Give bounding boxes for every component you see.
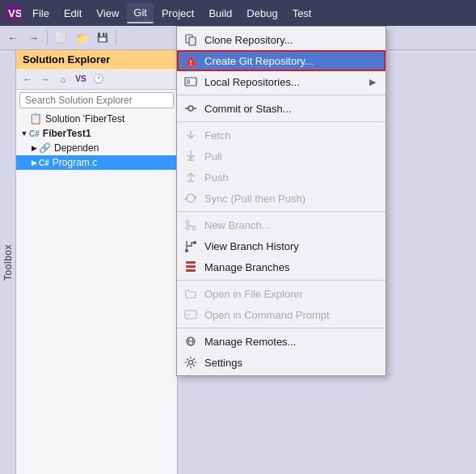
solution-explorer-tree: 📋 Solution 'FiberTest ▼ C# FiberTest1 ▶ … [16,111,177,474]
git-menu-sep-5 [177,328,385,328]
git-menu-sep-2 [177,121,385,122]
toolbox-label: Toolbox [2,244,14,281]
push-label: Push [204,171,376,184]
git-menu-new-branch: New Branch... [177,214,385,235]
pull-label: Pull [204,150,376,163]
view-branch-label: View Branch History [204,240,376,252]
csharp-project-icon: C# [29,129,40,138]
svg-text:!: ! [190,58,192,66]
local-label: Local Repositories... [204,76,363,88]
solution-icon: 📋 [29,112,42,125]
menu-file[interactable]: File [26,4,56,23]
push-icon [183,170,198,184]
git-menu-open-explorer: Open in File Explorer [177,283,385,304]
se-toolbar-vs[interactable]: VS [73,71,89,87]
svg-point-19 [193,241,196,244]
svg-point-8 [188,106,193,111]
solution-explorer-header: Solution Explorer [16,50,177,69]
open-explorer-icon [183,286,198,301]
dependencies-icon: 🔗 [39,142,51,154]
settings-label: Settings [204,357,376,369]
sync-label: Sync (Pull then Push) [204,193,376,205]
tree-item-fibertest1[interactable]: ▼ C# FiberTest1 [16,126,177,141]
local-arrow-icon: ▶ [369,77,376,87]
commit-icon [183,101,198,116]
commit-label: Commit or Stash... [204,103,376,115]
solution-explorer-panel: Solution Explorer ← → ⌂ VS 🕐 📋 Solution … [16,50,178,474]
clone-icon [183,32,198,47]
svg-rect-23 [186,269,196,272]
git-menu-settings[interactable]: Settings [177,352,385,373]
gear-icon [183,355,198,370]
git-dropdown-menu[interactable]: Clone Repository... ! Create Git Reposit… [176,26,386,376]
manage-remotes-label: Manage Remotes... [204,336,376,348]
new-branch-label: New Branch... [204,219,376,231]
toolbar-open[interactable]: 📁 [72,28,91,48]
menu-debug[interactable]: Debug [240,4,284,23]
menu-test[interactable]: Test [286,4,318,23]
se-toolbar-back[interactable]: ← [19,71,36,87]
fibertest1-arrow: ▼ [19,129,29,138]
svg-point-16 [186,226,189,230]
programcs-icon: C# [39,159,49,167]
search-solution-explorer-input[interactable] [19,92,174,108]
git-menu-manage-branches[interactable]: Manage Branches [177,256,385,277]
tree-item-dependencies[interactable]: ▶ 🔗 Dependen [16,141,177,155]
fibertest1-label: FiberTest1 [43,128,91,139]
git-menu-sep-1 [177,95,385,95]
git-menu-view-branch[interactable]: View Branch History [177,235,385,256]
git-menu-sync: Sync (Pull then Push) [177,188,385,209]
git-menu-commit[interactable]: Commit or Stash... [177,98,385,119]
git-menu-open-cmd: >_ Open in Command Prompt [177,304,385,325]
create-git-icon: ! [183,53,198,68]
svg-point-17 [192,226,196,230]
solution-label: Solution 'FiberTest [45,113,124,125]
git-menu-sep-3 [177,211,385,212]
toolbar-save[interactable]: 💾 [93,28,112,48]
svg-point-29 [189,361,193,365]
programcs-arrow: ▶ [29,159,39,167]
vs-logo-icon: VS [5,5,21,21]
menu-project[interactable]: Project [155,4,200,23]
menu-edit[interactable]: Edit [57,4,88,23]
menu-build[interactable]: Build [202,4,238,23]
se-toolbar-home[interactable]: ⌂ [55,71,71,87]
open-cmd-icon: >_ [183,307,198,322]
git-menu-clone[interactable]: Clone Repository... [177,29,385,50]
clone-label: Clone Repository... [204,34,376,46]
pull-icon [183,149,198,163]
git-menu-create[interactable]: ! Create Git Repository... [177,50,385,71]
toolbar-forward[interactable]: → [24,28,44,48]
local-repo-icon [183,74,198,89]
svg-rect-22 [186,265,196,268]
svg-point-15 [186,220,189,223]
se-toolbar-forward[interactable]: → [37,71,53,87]
toolbar-back[interactable]: ← [3,28,23,48]
svg-text:VS: VS [8,7,21,19]
dependencies-arrow: ▶ [29,144,39,152]
view-branch-icon [183,239,198,253]
menu-view[interactable]: View [90,4,125,23]
git-menu-manage-remotes[interactable]: Manage Remotes... [177,331,385,352]
menubar: VS File Edit View Git Project Build Debu… [0,0,476,26]
git-menu-fetch: Fetch [177,125,385,146]
svg-marker-14 [184,197,187,201]
new-branch-icon [183,218,198,232]
open-explorer-label: Open in File Explorer [204,288,376,300]
toolbox-sidebar[interactable]: Toolbox [0,50,16,474]
manage-branches-label: Manage Branches [204,261,376,273]
git-menu-push: Push [177,167,385,188]
manage-remotes-icon [183,334,198,349]
git-menu-local[interactable]: Local Repositories... ▶ [177,71,385,92]
svg-marker-13 [195,196,197,199]
open-cmd-label: Open in Command Prompt [204,309,376,321]
svg-rect-7 [187,79,190,84]
git-menu-pull: Pull [177,146,385,167]
menu-git[interactable]: Git [127,3,154,23]
tree-item-programcs[interactable]: ▶ C# Program.c [16,155,177,170]
git-menu-sep-4 [177,280,385,281]
manage-branches-icon [183,260,198,274]
tree-item-solution[interactable]: 📋 Solution 'FiberTest [16,111,177,126]
se-toolbar-clock[interactable]: 🕐 [91,71,107,87]
toolbar-new-project[interactable]: ⬜ [51,28,70,48]
